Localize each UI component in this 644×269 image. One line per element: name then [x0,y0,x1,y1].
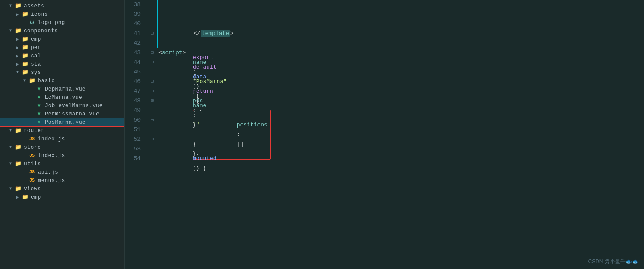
tree-item-router[interactable]: router [0,126,124,135]
tree-item-menus[interactable]: menus.js [0,176,124,185]
tree-item-label: store [24,144,41,150]
tree-item-api[interactable]: api.js [0,168,124,176]
arrow-icon [14,53,21,59]
arrow-icon [7,128,14,133]
folder-icon [14,185,22,192]
fold-icon-48[interactable] [151,96,154,106]
folder-icon [21,52,29,59]
tree-item-label: index.js [38,152,65,159]
line-num-43: 43 [128,48,141,58]
line-num-51: 51 [128,125,141,135]
line-num-38: 38 [128,0,141,10]
js-icon [28,170,36,175]
folder-icon [21,69,29,76]
arrow-icon [14,45,21,50]
arrow-icon [14,70,21,75]
tree-item-basic[interactable]: basic [0,77,124,85]
tree-item-router-index[interactable]: index.js [0,135,124,143]
folder-icon [21,61,29,67]
tree-item-label: sal [31,52,41,59]
vue-icon [35,87,43,92]
line-num-50: 50 [128,115,141,125]
fold-icon-50[interactable] [151,115,154,125]
line-num-42: 42 [128,38,141,48]
tree-item-dep-marna[interactable]: DepMarna.vue [0,85,124,93]
tree-item-label: EcMarna.vue [45,94,82,101]
tree-item-views-emp[interactable]: emp [0,193,124,201]
gutter-47 [148,87,157,96]
code-content: </template> <script> [144,0,644,269]
fold-icon-52[interactable] [151,135,154,144]
js-icon [28,153,36,158]
line-num-48: 48 [128,96,141,106]
tree-item-pos-marna[interactable]: PosMarna.vue [0,118,124,126]
tree-item-utils[interactable]: utils [0,160,124,168]
tree-item-assets[interactable]: assets [0,2,124,10]
line-num-47: 47 [128,87,141,96]
gutter-41 [148,29,157,38]
tree-item-label: index.js [38,136,65,142]
watermark: CSDN @小鱼千🐟🐟 [588,258,639,266]
arrow-icon [21,78,28,83]
tree-item-views[interactable]: views [0,185,124,193]
tree-item-label: sta [31,61,41,67]
tree-item-logo[interactable]: logo.png [0,18,124,27]
tree-item-permiss-marna[interactable]: PermissMarna.vue [0,110,124,118]
code-line-39 [148,10,644,19]
tree-item-sal[interactable]: sal [0,52,124,60]
tree-item-label: PosMarna.vue [45,119,86,126]
line-num-45: 45 [128,67,141,77]
tree-item-label: basic [38,77,55,84]
tree-item-label: router [24,127,44,134]
arrow-icon [7,3,14,8]
fold-icon-43[interactable] [151,48,154,58]
gutter-50 [148,115,157,125]
code-line-54: mounted () { [148,154,644,164]
code-token: mounted [193,155,217,162]
tree-item-label: icons [31,11,48,17]
tree-item-label: PermissMarna.vue [45,111,99,117]
arrow-icon [7,161,14,166]
tree-item-label: DepMarna.vue [45,86,86,92]
fold-icon-44[interactable] [151,58,154,67]
file-tree[interactable]: assets icons logo.png components emp per… [0,0,125,269]
code-line-41: </template> [148,29,644,38]
tree-item-store-index[interactable]: index.js [0,151,124,160]
js-icon [28,136,36,141]
fold-icon-41[interactable] [151,29,154,38]
folder-icon [21,194,29,200]
tree-item-emp[interactable]: emp [0,35,124,43]
fold-icon-46[interactable] [151,77,154,87]
line-num-39: 39 [128,10,141,19]
code-editor: 38 39 40 41 42 43 44 45 46 47 48 49 50 5… [125,0,644,269]
code-line-52: } [148,135,644,144]
tree-item-per[interactable]: per [0,43,124,52]
tree-item-icons[interactable]: icons [0,10,124,18]
vue-icon [35,120,43,125]
image-icon [28,20,36,25]
tree-item-ec-marna[interactable]: EcMarna.vue [0,93,124,101]
tree-item-label: logo.png [38,19,65,26]
js-icon [28,178,36,183]
tree-item-sta[interactable]: sta [0,60,124,68]
vue-icon [35,95,43,100]
tree-item-store[interactable]: store [0,143,124,151]
code-token: positions [237,122,267,128]
folder-icon [14,3,22,9]
tree-item-label: components [24,28,58,34]
line-num-54: 54 [128,154,141,164]
tree-item-components[interactable]: components [0,27,124,35]
fold-icon-47[interactable] [151,87,154,96]
line-num-53: 53 [128,144,141,154]
line-num-44: 44 [128,58,141,67]
folder-icon [14,161,22,167]
tree-item-sys[interactable]: sys [0,68,124,77]
line-num-41: 41 [128,29,141,38]
tree-item-joblevel-marna[interactable]: JobLevelMarna.vue [0,101,124,110]
arrow-icon [14,195,21,200]
folder-icon [28,77,36,84]
line-numbers: 38 39 40 41 42 43 44 45 46 47 48 49 50 5… [125,0,144,269]
tree-item-label: sys [31,69,41,76]
code-token: () { [193,165,206,171]
gutter-43 [148,48,157,58]
